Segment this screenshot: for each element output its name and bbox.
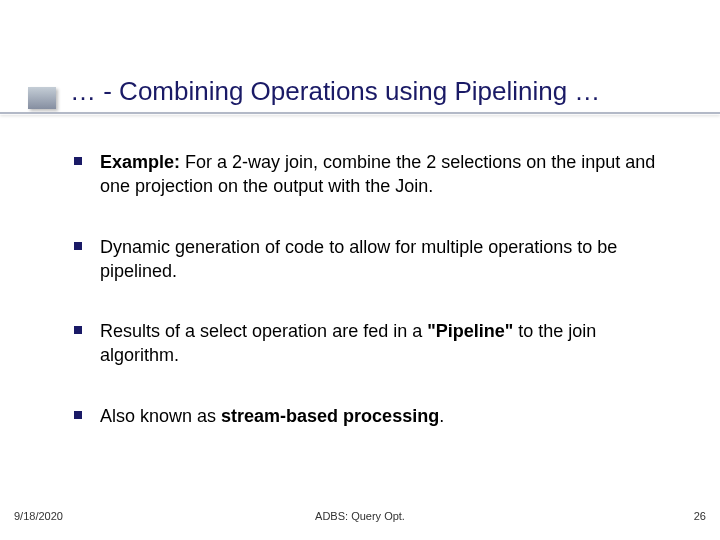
footer-page-number: 26 — [694, 510, 706, 522]
bullet-item: Results of a select operation are fed in… — [66, 319, 680, 368]
bullet-text-pre: Results of a select operation are fed in… — [100, 321, 427, 341]
bullet-item: Example: For a 2-way join, combine the 2… — [66, 150, 680, 199]
slide: … - Combining Operations using Pipelinin… — [0, 0, 720, 540]
bullet-bold-mid: "Pipeline" — [427, 321, 513, 341]
bullet-text-post: . — [439, 406, 444, 426]
title-area: … - Combining Operations using Pipelinin… — [30, 76, 690, 107]
bullet-text: For a 2-way join, combine the 2 selectio… — [100, 152, 655, 196]
bullet-item: Dynamic generation of code to allow for … — [66, 235, 680, 284]
footer-center: ADBS: Query Opt. — [0, 510, 720, 522]
bullet-item: Also known as stream-based processing. — [66, 404, 680, 428]
slide-title: … - Combining Operations using Pipelinin… — [30, 76, 690, 107]
bullet-text-pre: Also known as — [100, 406, 221, 426]
title-divider — [0, 112, 720, 114]
bullet-bold-mid: stream-based processing — [221, 406, 439, 426]
body-content: Example: For a 2-way join, combine the 2… — [66, 150, 680, 464]
bullet-bold-prefix: Example: — [100, 152, 180, 172]
bullet-text: Dynamic generation of code to allow for … — [100, 237, 617, 281]
